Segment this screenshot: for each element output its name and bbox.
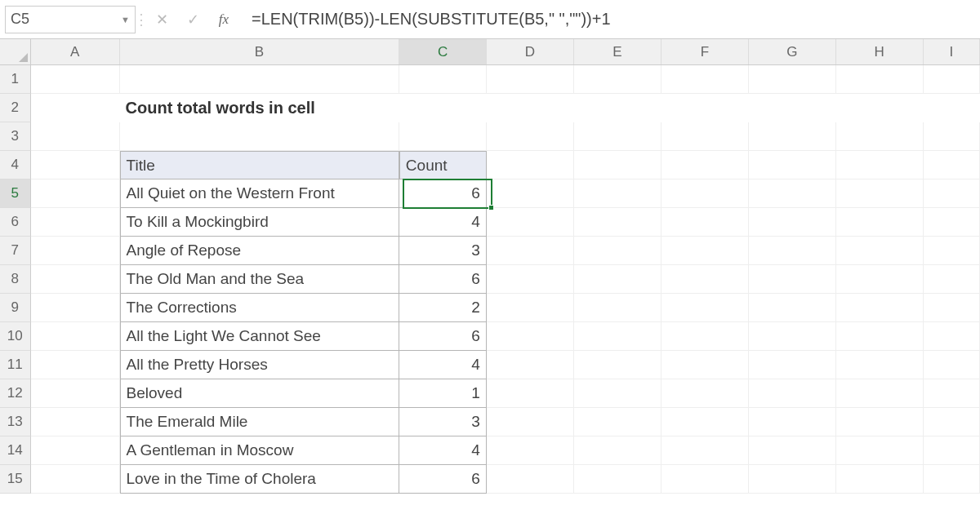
column-header-H[interactable]: H	[836, 39, 924, 64]
cell-B4[interactable]: Title	[120, 151, 399, 179]
cell-G14[interactable]	[749, 436, 836, 465]
cell-D9[interactable]	[487, 294, 574, 322]
row-header-8[interactable]: 8	[0, 265, 31, 294]
cell-E1[interactable]	[574, 65, 662, 94]
row-header-10[interactable]: 10	[0, 322, 31, 351]
cell-C6[interactable]: 4	[399, 208, 487, 237]
column-header-A[interactable]: A	[31, 39, 120, 64]
cell-E4[interactable]	[574, 151, 662, 179]
cell-B14[interactable]: A Gentleman in Moscow	[120, 436, 399, 465]
cell-F10[interactable]	[662, 322, 749, 351]
cell-F14[interactable]	[662, 436, 749, 465]
cell-A1[interactable]	[31, 65, 120, 94]
cell-B7[interactable]: Angle of Repose	[120, 237, 399, 265]
cell-H3[interactable]	[836, 122, 924, 151]
cell-H14[interactable]	[836, 436, 924, 465]
row-header-3[interactable]: 3	[0, 122, 31, 151]
cell-F1[interactable]	[662, 65, 749, 94]
cell-E8[interactable]	[574, 265, 662, 294]
cell-I3[interactable]	[924, 122, 980, 151]
cell-E11[interactable]	[574, 351, 662, 379]
row-header-14[interactable]: 14	[0, 436, 31, 465]
name-box-dropdown-icon[interactable]: ▼	[121, 15, 130, 24]
cell-I15[interactable]	[924, 465, 980, 494]
cell-F9[interactable]	[662, 294, 749, 322]
cell-B10[interactable]: All the Light We Cannot See	[120, 322, 399, 351]
cell-E10[interactable]	[574, 322, 662, 351]
cell-G2[interactable]	[749, 94, 836, 122]
cell-I13[interactable]	[924, 408, 980, 436]
cell-G15[interactable]	[749, 465, 836, 494]
cell-H8[interactable]	[836, 265, 924, 294]
cell-F7[interactable]	[662, 237, 749, 265]
cell-B3[interactable]	[120, 122, 399, 151]
cell-B12[interactable]: Beloved	[120, 379, 399, 408]
cell-G9[interactable]	[749, 294, 836, 322]
cell-F12[interactable]	[662, 379, 749, 408]
cell-E2[interactable]	[574, 94, 662, 122]
cell-A10[interactable]	[31, 322, 120, 351]
cell-G8[interactable]	[749, 265, 836, 294]
cell-A14[interactable]	[31, 436, 120, 465]
cell-C13[interactable]: 3	[399, 408, 487, 436]
cell-B9[interactable]: The Corrections	[120, 294, 399, 322]
cell-D3[interactable]	[487, 122, 574, 151]
cell-G5[interactable]	[749, 179, 836, 208]
column-header-E[interactable]: E	[574, 39, 662, 64]
cell-C14[interactable]: 4	[399, 436, 487, 465]
column-header-I[interactable]: I	[924, 39, 980, 64]
cell-H10[interactable]	[836, 322, 924, 351]
cell-C3[interactable]	[399, 122, 487, 151]
cell-D15[interactable]	[487, 465, 574, 494]
cell-D12[interactable]	[487, 379, 574, 408]
cell-E15[interactable]	[574, 465, 662, 494]
cell-G12[interactable]	[749, 379, 836, 408]
cell-C15[interactable]: 6	[399, 465, 487, 494]
cell-E13[interactable]	[574, 408, 662, 436]
cell-A9[interactable]	[31, 294, 120, 322]
cell-A2[interactable]	[31, 94, 120, 122]
cell-B6[interactable]: To Kill a Mockingbird	[120, 208, 399, 237]
cell-E6[interactable]	[574, 208, 662, 237]
cell-D13[interactable]	[487, 408, 574, 436]
column-header-G[interactable]: G	[749, 39, 836, 64]
cell-I14[interactable]	[924, 436, 980, 465]
cell-C9[interactable]: 2	[399, 294, 487, 322]
cell-C11[interactable]: 4	[399, 351, 487, 379]
row-header-5[interactable]: 5	[0, 179, 31, 208]
cell-I5[interactable]	[924, 179, 980, 208]
cell-A15[interactable]	[31, 465, 120, 494]
cell-B15[interactable]: Love in the Time of Cholera	[120, 465, 399, 494]
cell-I1[interactable]	[924, 65, 980, 94]
cell-E14[interactable]	[574, 436, 662, 465]
cell-I6[interactable]	[924, 208, 980, 237]
cell-I12[interactable]	[924, 379, 980, 408]
cell-G1[interactable]	[749, 65, 836, 94]
cell-G6[interactable]	[749, 208, 836, 237]
cell-H11[interactable]	[836, 351, 924, 379]
cell-A5[interactable]	[31, 179, 120, 208]
cell-C10[interactable]: 6	[399, 322, 487, 351]
row-header-4[interactable]: 4	[0, 151, 31, 179]
cell-I4[interactable]	[924, 151, 980, 179]
cell-D2[interactable]	[487, 94, 574, 122]
column-header-B[interactable]: B	[120, 39, 400, 64]
cell-I2[interactable]	[924, 94, 980, 122]
cell-H2[interactable]	[836, 94, 924, 122]
enter-icon[interactable]: ✓	[178, 6, 207, 33]
row-header-11[interactable]: 11	[0, 351, 31, 379]
cell-D10[interactable]	[487, 322, 574, 351]
cell-E3[interactable]	[574, 122, 662, 151]
cell-H15[interactable]	[836, 465, 924, 494]
cell-G11[interactable]	[749, 351, 836, 379]
row-header-7[interactable]: 7	[0, 237, 31, 265]
cell-A8[interactable]	[31, 265, 120, 294]
cell-E7[interactable]	[574, 237, 662, 265]
column-header-C[interactable]: C	[399, 39, 487, 64]
insert-function-icon[interactable]: fx	[209, 6, 238, 33]
cell-A4[interactable]	[31, 151, 120, 179]
cell-A13[interactable]	[31, 408, 120, 436]
cell-B1[interactable]	[120, 65, 399, 94]
cell-D1[interactable]	[487, 65, 574, 94]
column-header-F[interactable]: F	[662, 39, 749, 64]
